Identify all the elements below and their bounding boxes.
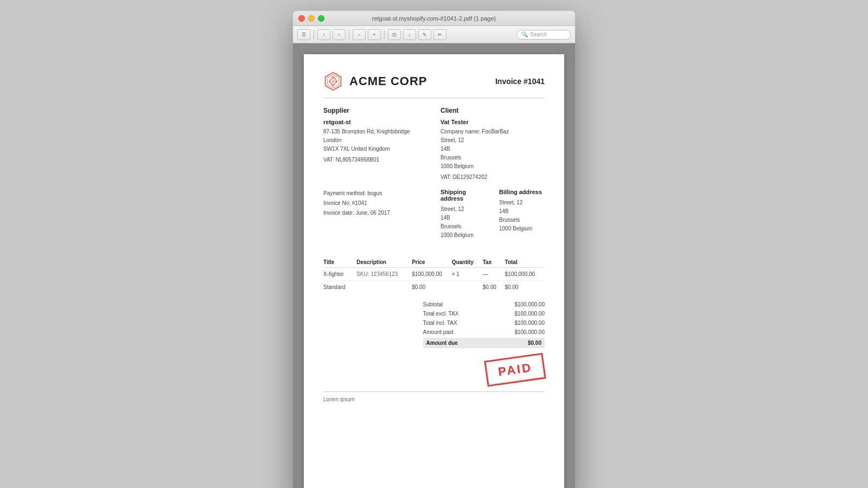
row-description [356, 281, 412, 294]
amount-due-label: Amount due [426, 340, 458, 346]
billing-line2: 14B [499, 208, 509, 214]
col-header-tax: Tax [483, 257, 505, 268]
row-title: X-fighter [323, 268, 356, 281]
toolbar-separator-3 [384, 30, 385, 40]
minimize-button[interactable] [308, 15, 315, 22]
client-company: Company name: FooBarBaz [441, 129, 509, 134]
close-button[interactable] [298, 15, 305, 22]
shipping-line1: Street, 12 [441, 206, 464, 212]
client-addr-line4: 1000 Belgium [441, 163, 474, 169]
invoice-header: ACME CORP Invoice #1041 [323, 72, 545, 91]
search-icon: 🔍 [521, 31, 528, 37]
pdf-viewer: ACME CORP Invoice #1041 Supplier retgoat… [293, 43, 575, 488]
billing-line1: Street, 12 [499, 200, 522, 206]
search-bar[interactable]: 🔍 Search [516, 30, 571, 40]
items-table: Title Description Price Quantity Tax Tot… [323, 257, 545, 293]
download-button[interactable]: ↓ [403, 29, 416, 40]
meta-col: Payment method: bogus Invoice No: #1041 … [323, 189, 427, 248]
invoice-no: Invoice No: #1041 [323, 198, 427, 208]
footer-text: Lorem ipsum [323, 396, 545, 402]
sidebar-toggle-button[interactable]: ☰ [297, 29, 310, 40]
row-quantity: × 1 [452, 268, 483, 281]
supplier-title: Supplier [323, 107, 427, 114]
app-window: retgoat-st.myshopify.com-#1041-2.pdf (1 … [293, 11, 575, 488]
client-address: Company name: FooBarBaz Street, 12 14B B… [441, 127, 545, 171]
company-logo-icon [323, 72, 343, 91]
meta-addresses-section: Payment method: bogus Invoice No: #1041 … [323, 189, 545, 248]
maximize-button[interactable] [318, 15, 324, 22]
traffic-lights [298, 15, 324, 22]
zoom-in-button[interactable]: + [368, 29, 381, 40]
supplier-name: retgoat-st [323, 119, 427, 125]
supplier-address-line3: SW1X 7XL United Kingdom [323, 146, 390, 152]
row-tax: — [483, 268, 505, 281]
subtotal-value: $100,000.00 [514, 301, 545, 307]
header-divider [323, 98, 545, 98]
amount-paid-row: Amount paid $100,000.00 [423, 328, 545, 337]
window-title: retgoat-st.myshopify.com-#1041-2.pdf (1 … [372, 15, 496, 22]
invoice-number: Invoice #1041 [495, 77, 545, 86]
search-placeholder: Search [530, 31, 547, 37]
supplier-address: 87-135 Brompton Rd, Knightsbridge London… [323, 127, 427, 153]
payment-method: Payment method: bogus [323, 189, 427, 198]
toolbar-separator-2 [349, 30, 349, 40]
paid-stamp: PAID [484, 353, 546, 387]
amount-paid-label: Amount paid [423, 329, 454, 335]
billing-line3: Brussels [499, 217, 520, 223]
client-title: Client [441, 107, 545, 114]
col-header-total: Total [505, 257, 545, 268]
invoice-page: ACME CORP Invoice #1041 Supplier retgoat… [304, 54, 564, 488]
row-tax: $0.00 [483, 281, 505, 294]
col-header-quantity: Quantity [452, 257, 483, 268]
billing-address-col: Billing address Street, 12 14B Brussels … [499, 189, 545, 240]
subtotal-label: Subtotal [423, 301, 443, 307]
invoice-date: Invoice date: June, 06 2017 [323, 208, 427, 218]
billing-line4: 1000 Belgium [499, 226, 532, 232]
shipping-address-col: Shipping address Street, 12 14B Brussels… [441, 189, 486, 240]
row-title: Standard [323, 281, 356, 294]
back-button[interactable]: ‹ [317, 29, 330, 40]
amount-paid-value: $100,000.00 [514, 329, 545, 335]
col-header-price: Price [412, 257, 451, 268]
fit-page-button[interactable]: ⊡ [388, 29, 401, 40]
client-vat: VAT: DE129274202 [441, 174, 545, 180]
forward-button[interactable]: › [333, 29, 346, 40]
billing-title: Billing address [499, 189, 545, 195]
row-total: $0.00 [505, 281, 545, 294]
shipping-line3: Brussels [441, 223, 461, 229]
excl-tax-row: Total excl. TAX $100,000.00 [423, 309, 545, 318]
address-row: Shipping address Street, 12 14B Brussels… [441, 189, 545, 240]
company-name: ACME CORP [349, 74, 427, 88]
totals-table: Subtotal $100,000.00 Total excl. TAX $10… [423, 300, 545, 348]
client-col: Client Vat Tester Company name: FooBarBa… [441, 107, 545, 180]
shipping-address-text: Street, 12 14B Brussels 1000 Belgium [441, 205, 486, 240]
titlebar: retgoat-st.myshopify.com-#1041-2.pdf (1 … [293, 11, 575, 26]
amount-due-value: $0.00 [528, 340, 541, 346]
billing-address-text: Street, 12 14B Brussels 1000 Belgium [499, 198, 545, 233]
totals-section: Subtotal $100,000.00 Total excl. TAX $10… [323, 300, 545, 348]
client-addr-line1: Street, 12 [441, 137, 464, 143]
zoom-out-button[interactable]: − [353, 29, 366, 40]
client-name: Vat Tester [441, 119, 545, 125]
row-price: $100,000.00 [412, 268, 451, 281]
amount-due-row: Amount due $0.00 [423, 338, 545, 348]
print-button[interactable]: ✎ [418, 29, 431, 40]
row-description: SKU: 123456123 [356, 268, 412, 281]
row-price: $0.00 [412, 281, 451, 294]
col-header-description: Description [356, 257, 412, 268]
client-addr-line3: Brussels [441, 155, 461, 160]
incl-tax-label: Total incl. TAX [423, 320, 457, 326]
supplier-col: Supplier retgoat-st 87-135 Brompton Rd, … [323, 107, 427, 180]
paid-stamp-area: PAID [323, 357, 545, 383]
annotate-button[interactable]: ✏ [433, 29, 446, 40]
logo-area: ACME CORP [323, 72, 427, 91]
addresses-col: Shipping address Street, 12 14B Brussels… [441, 189, 545, 248]
supplier-vat: VAT: NL805734958B01 [323, 157, 427, 163]
supplier-client-section: Supplier retgoat-st 87-135 Brompton Rd, … [323, 107, 545, 180]
shipping-line2: 14B [441, 215, 450, 221]
excl-tax-value: $100,000.00 [514, 311, 545, 317]
supplier-address-line2: London [323, 137, 341, 143]
incl-tax-row: Total incl. TAX $100,000.00 [423, 318, 545, 328]
shipping-title: Shipping address [441, 189, 486, 202]
toolbar-separator-1 [314, 30, 314, 40]
